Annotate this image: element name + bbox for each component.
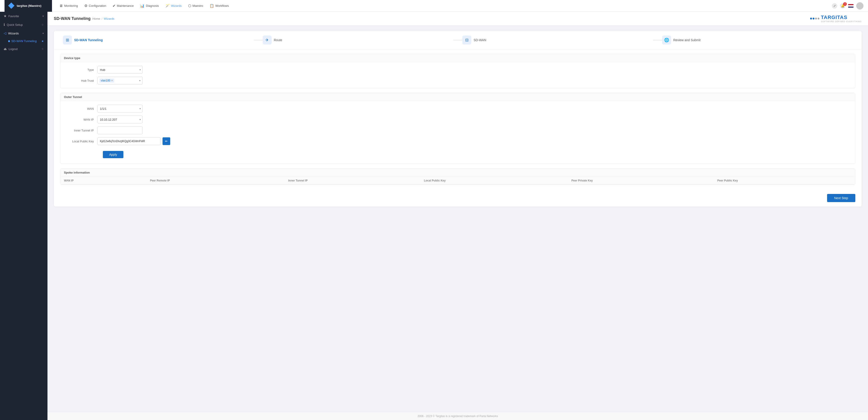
topbar: targitas (Maestro) 🖥 Monitoring ⚙ Config… [0, 0, 868, 12]
maestro-icon: ⬡ [188, 4, 191, 8]
logo-area: TARGITAS SOFTWARE DEFINED EVERYTHING [810, 15, 862, 23]
configuration-icon: ⚙ [84, 4, 88, 8]
star-icon-logout: ☆ [41, 47, 44, 51]
nav-diagnosis[interactable]: 📊 Diagnosis [137, 2, 161, 9]
wizard-step-review[interactable]: 🌐 Review and Submit [662, 35, 853, 45]
wan-ip-select-wrapper: 10.10.12.207 ▾ [97, 116, 143, 123]
footer-text: 2006 - 2023 © Targitas is a registered t… [417, 415, 498, 418]
step-review-icon: 🌐 [662, 35, 671, 45]
sidebar-item-wizards[interactable]: ◁ Wizards ▾ [0, 29, 48, 37]
col-wan-ip: WAN IP [60, 177, 147, 185]
local-public-key-row: Local Public Key ✏ [66, 137, 850, 145]
nav-maestro[interactable]: ⬡ Maestro [185, 2, 206, 9]
sidebar-item-sd-wan-tunneling-label: SD-WAN Tunneling [11, 39, 37, 43]
topbar-nav: 🖥 Monitoring ⚙ Configuration ✔ Maintenan… [57, 2, 832, 9]
notification-count: 3 [843, 2, 847, 6]
device-type-title: Device type [60, 54, 855, 62]
brand-icon [8, 2, 14, 9]
wizard-icon: ◁ [4, 31, 6, 35]
local-public-key-input[interactable] [97, 137, 161, 145]
wizard-step-sd-wan[interactable]: ⊟ SD-WAN [462, 35, 653, 45]
info-icon: ℹ [4, 23, 5, 27]
wan-ip-select[interactable]: 10.10.12.207 [97, 116, 143, 123]
sidebar-item-quick-setup[interactable]: ℹ Quick Setup ☆ [0, 20, 48, 29]
page-footer: 2006 - 2023 © Targitas is a registered t… [48, 412, 868, 420]
chevron-down-icon: ▾ [42, 15, 44, 18]
main-content: ⊞ SD-WAN Tunneling ✈ Route ⊟ SD-WAN [48, 26, 868, 412]
inner-tunnel-ip-row: Inner Tunnel IP [66, 127, 850, 134]
next-step-button[interactable]: Next Step [827, 194, 855, 202]
maintenance-icon: ✔ [113, 4, 116, 8]
nav-maintenance[interactable]: ✔ Maintenance [110, 2, 136, 9]
nav-monitoring-label: Monitoring [64, 4, 78, 7]
breadcrumb-home[interactable]: Home [92, 17, 100, 20]
active-dot [8, 40, 10, 42]
type-select[interactable]: Hub Spoke [97, 66, 143, 74]
chevron-up-icon: ▾ [42, 32, 44, 35]
col-peer-private-key: Peer Private Key [568, 177, 714, 185]
inner-tunnel-ip-label: Inner Tunnel IP [66, 129, 97, 132]
logo-dot-3 [815, 18, 817, 20]
favorite-icon: ★ [4, 14, 6, 18]
sidebar: ★ Favorite ▾ ℹ Quick Setup ☆ ◁ Wizards ▾… [0, 12, 48, 420]
step-separator-2 [453, 40, 462, 40]
hub-trust-tag-value: vlan100 [101, 79, 110, 82]
col-peer-remote-ip: Peer Remote IP [147, 177, 285, 185]
logo-sub: SOFTWARE DEFINED EVERYTHING [821, 20, 862, 23]
logo-dot-4 [817, 18, 819, 20]
logo-dot-2 [813, 18, 814, 20]
inner-tunnel-ip-input[interactable] [97, 127, 143, 134]
nav-configuration-label: Configuration [89, 4, 106, 7]
expand-button[interactable]: ⤢ [832, 3, 837, 8]
sidebar-item-favorite[interactable]: ★ Favorite ▾ [0, 12, 48, 20]
wan-select-wrapper: 1/1/1 ▾ [97, 105, 143, 112]
step-sd-wan-label: SD-WAN Tunneling [74, 38, 103, 42]
spoke-info-title: Spoke information [60, 169, 855, 177]
notification-bell[interactable]: 🔔 3 [840, 3, 845, 8]
sidebar-item-logout[interactable]: ⏏ Logout ☆ [0, 45, 48, 53]
wan-ip-row: WAN IP 10.10.12.207 ▾ [66, 116, 850, 123]
sidebar-item-favorite-label: Favorite [8, 15, 19, 18]
wan-row: WAN 1/1/1 ▾ [66, 105, 850, 112]
logout-icon: ⏏ [4, 47, 7, 51]
wan-select[interactable]: 1/1/1 [97, 105, 143, 112]
next-step-wrapper: Next Step [54, 189, 862, 206]
main-layout: ★ Favorite ▾ ℹ Quick Setup ☆ ◁ Wizards ▾… [0, 12, 868, 420]
nav-workflows[interactable]: 📋 Workflows [207, 2, 232, 9]
local-public-key-label: Local Public Key [66, 140, 97, 143]
step-separator-1 [254, 40, 263, 40]
star-icon-sd-wan: ★ [41, 39, 44, 43]
nav-wizards[interactable]: 🪄 Wizards [162, 2, 184, 9]
sidebar-item-logout-label: Logout [8, 47, 18, 51]
apply-button[interactable]: Apply [103, 151, 123, 158]
logo-dots [810, 18, 819, 20]
user-avatar[interactable] [856, 2, 864, 9]
wan-label: WAN [66, 107, 97, 110]
nav-diagnosis-label: Diagnosis [146, 4, 159, 7]
key-generate-button[interactable]: ✏ [162, 137, 170, 145]
wizard-step-route[interactable]: ✈ Route [263, 35, 454, 45]
nav-configuration[interactable]: ⚙ Configuration [82, 2, 109, 9]
step-separator-3 [653, 40, 662, 40]
col-inner-tunnel-ip: Inner Tunnel IP [285, 177, 420, 185]
nav-maestro-label: Maestro [193, 4, 203, 7]
spoke-info-section: Spoke information WAN IP Peer Remote IP … [60, 168, 855, 185]
hub-trust-row: Hub Trust vlan100 × ▾ [66, 77, 850, 84]
type-row: Type Hub Spoke ▾ [66, 66, 850, 74]
sidebar-item-sd-wan-tunneling[interactable]: SD-WAN Tunneling ★ [0, 37, 48, 45]
device-type-section: Device type Type Hub Spoke ▾ [60, 54, 855, 88]
content-area: SD-WAN Tunneling Home / Wizards TARGITAS… [48, 12, 868, 420]
breadcrumb: Home / Wizards [92, 17, 114, 20]
hub-trust-tag-select[interactable]: vlan100 × ▾ [97, 77, 143, 84]
logo-text: TARGITAS [821, 15, 862, 20]
language-flag[interactable] [848, 4, 854, 8]
sidebar-item-wizards-label: Wizards [8, 32, 19, 35]
wizard-card: ⊞ SD-WAN Tunneling ✈ Route ⊟ SD-WAN [54, 31, 862, 206]
logo-text-wrapper: TARGITAS SOFTWARE DEFINED EVERYTHING [821, 15, 862, 23]
hub-trust-tag-remove[interactable]: × [111, 79, 113, 82]
nav-monitoring[interactable]: 🖥 Monitoring [57, 2, 81, 9]
nav-maintenance-label: Maintenance [117, 4, 133, 7]
step-route-icon: ✈ [263, 35, 272, 45]
logo-dot-1 [810, 18, 812, 20]
wizard-step-sd-wan-tunneling[interactable]: ⊞ SD-WAN Tunneling [63, 35, 254, 45]
